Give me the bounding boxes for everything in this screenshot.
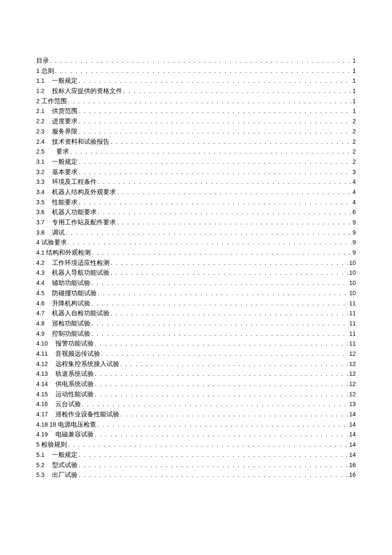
toc-entry: 4.10报警功能试验11 [36,340,356,347]
toc-entry-title: 一般规定 [52,159,78,165]
toc-entry-leader [78,159,352,165]
toc-entry-number: 1.1 [36,78,44,84]
toc-entry-leader [78,169,352,175]
toc-entry-title: 试验要求 [41,239,67,246]
toc-entry-title: 机器人结构及外观要求 [52,189,116,195]
toc-entry-page: 12 [349,361,356,367]
toc-entry-page: 14 [349,421,356,427]
toc-entry-number: 2.5 [36,148,44,154]
toc-entry-number: 2.2 [36,118,44,124]
toc-entry-title: 服务界限 [52,128,78,135]
toc-entry-leader [78,128,352,135]
toc-entry-leader [117,189,352,195]
toc-entry-title: 技术资料和试验报告 [52,139,110,145]
toc-entry-page: 11 [349,331,356,337]
toc-entry-page: 4 [352,189,356,195]
toc-entry-number: 3.5 [36,199,44,205]
toc-entry: 5.2型式试验16 [36,462,356,468]
toc-entry-leader [82,401,348,407]
toc-entry-number: 4.1 [36,250,44,256]
toc-entry-title: 结构和外观检测 [46,250,91,256]
toc-entry: 2.1供货范围1 [36,108,356,114]
toc-entry-leader [91,280,348,286]
toc-entry-title: 一般规定 [52,78,78,84]
toc-entry-leader [68,239,352,246]
toc-entry-page: 2 [352,159,356,165]
toc-entry-page: 6 [352,209,356,215]
toc-entry-title: 检验规则 [41,442,67,448]
toc-entry-leader [101,351,348,357]
toc-entry: 4.4辅助功能试验10 [36,280,356,286]
toc-entry-leader [78,452,348,458]
toc-entry-leader [78,462,348,468]
toc-entry-page: 11 [349,310,356,316]
toc-entry-title: 电源电压检查 [58,421,96,428]
toc-entry-leader [78,118,352,125]
toc-entry-page: 10 [349,290,356,296]
toc-entry-title: 调试 [52,230,65,236]
toc-entry-number: 3.7 [36,219,44,225]
toc-entry: 2.2进度要求2 [36,118,356,125]
toc-entry: 4.17巡检作业设备性能试验14 [36,411,356,418]
toc-entry-page: 9 [352,219,356,225]
toc-entry-page: 2 [352,139,356,145]
toc-entry-title: 远程集控系统接入试验 [55,361,119,367]
toc-entry-number: 4.17 [36,411,48,417]
toc-entry: 5.1一般规定14 [36,452,356,458]
toc-entry: 4.16云台试验13 [36,401,356,407]
toc-entry-page: 12 [349,381,356,387]
toc-entry-number: 2.4 [36,139,44,145]
toc-entry: 3.1一般规定2 [36,159,356,165]
toc-entry: 2.4技术资料和试验报告2 [36,139,356,145]
toc-entry: 4.14供电系统试验12 [36,381,356,387]
toc-entry-leader [120,411,348,418]
toc-entry-leader [95,371,348,377]
toc-entry-number: 4.11 [36,351,48,357]
toc-entry-leader [50,58,352,64]
toc-entry-page: 13 [349,401,356,407]
toc-entry-leader [68,98,352,105]
toc-entry: 4.6升降机构试验11 [36,300,356,307]
toc-entry: 2工作范围1 [36,98,356,105]
toc-entry-title: 一般规定 [52,452,78,458]
toc-entry-leader [68,442,349,448]
toc-entry-number: 4.13 [36,371,48,377]
toc-entry-title: 巡检功能试验 [52,320,90,327]
toc-entry-title: 运动性能试验 [55,391,94,398]
toc-entry-page: 4 [352,179,356,185]
toc-entry-number: 4.15 [36,391,48,397]
toc-entry-title: 机器人导航功能试验 [52,270,110,276]
toc-entry: 4.3机器人导航功能试验10 [36,270,356,276]
toc-entry-leader [91,300,348,307]
toc-entry-page: 11 [349,320,356,326]
toc-entry-page: 11 [349,340,356,346]
toc-entry-title: 总则 [41,68,54,74]
toc-entry-leader [55,68,352,74]
toc-entry-page: 10 [349,280,356,286]
toc-entry: 4.5防碰撞功能试验10 [36,290,356,296]
toc-entry-page: 9 [352,230,356,235]
toc-entry: 4.11音视频远传试验12 [36,351,356,357]
toc-entry-leader [110,139,352,145]
toc-entry-page: 16 [349,462,356,468]
toc-entry-title: 供电系统试验 [55,381,94,387]
toc-entry-number: 4.7 [36,310,44,316]
toc-entry-number: 4.16 [36,401,48,407]
toc-entry-number: 2 [36,98,40,104]
toc-entry-number: 4.10 [36,340,48,346]
toc-entry-leader [98,179,352,185]
toc-entry-number: 5.3 [36,472,44,478]
toc-entry: 5.3出厂试验16 [36,472,356,478]
toc-entry-page: 2 [352,128,356,134]
toc-entry: 5检验规则14 [36,442,356,448]
toc-entry-leader [95,381,348,387]
toc-entry-number: 4 [36,239,40,245]
toc-entry-number: 5.2 [36,462,44,468]
toc-entry: 3.3环境及工程条件4 [36,179,356,185]
toc-entry-page: 1 [352,78,356,84]
toc-entry-page: 1 [352,68,356,74]
toc-entry-page: 2 [352,148,356,154]
toc-entry-page: 9 [352,239,356,245]
toc-entry-title: 轨道系统试验 [55,371,94,377]
toc-entry-title: 投标人应提供的资格文件 [52,88,122,94]
